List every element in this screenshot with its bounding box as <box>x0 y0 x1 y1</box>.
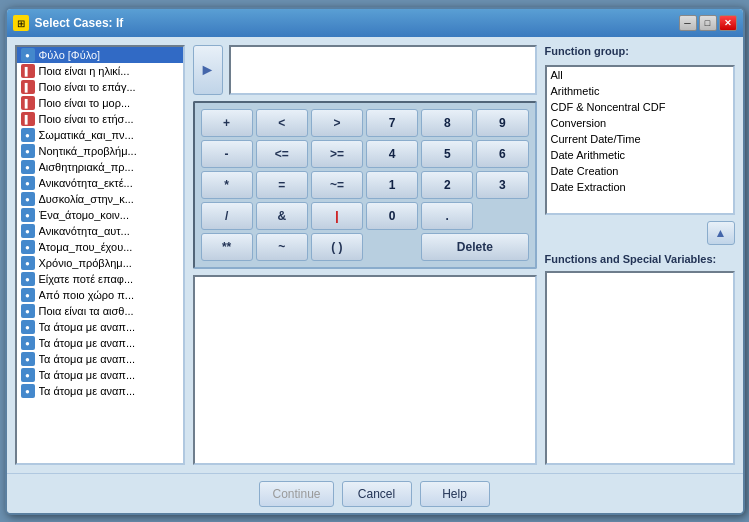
functions-special-list[interactable] <box>545 271 735 465</box>
variable-item-14[interactable]: ●Είχατε ποτέ επαφ... <box>17 271 183 287</box>
variable-label-7: Αισθητηριακά_πρ... <box>39 161 134 173</box>
bottom-bar: Continue Cancel Help <box>7 473 743 513</box>
minimize-button[interactable]: ─ <box>679 15 697 31</box>
or-button[interactable]: | <box>311 202 363 230</box>
calculator-area: + < > 7 8 9 - <= >= 4 5 6 * = ~= <box>193 101 537 269</box>
seven-button[interactable]: 7 <box>366 109 418 137</box>
function-group-item-2[interactable]: CDF & Noncentral CDF <box>547 99 733 115</box>
help-button[interactable]: Help <box>420 481 490 507</box>
variable-item-19[interactable]: ●Τα άτομα με αναπ... <box>17 351 183 367</box>
variable-item-4[interactable]: ▌Ποιο είναι το ετήσ... <box>17 111 183 127</box>
window-content: ●Φύλο [Φύλο]▌Ποια είναι η ηλικί...▌Ποιο … <box>7 37 743 473</box>
variable-item-7[interactable]: ●Αισθητηριακά_πρ... <box>17 159 183 175</box>
function-group-list[interactable]: AllArithmeticCDF & Noncentral CDFConvers… <box>545 65 735 215</box>
variable-item-2[interactable]: ▌Ποιο είναι το επάγ... <box>17 79 183 95</box>
variable-icon-16: ● <box>21 304 35 318</box>
not-button[interactable]: ~ <box>256 233 308 261</box>
expression-row: ► <box>193 45 537 95</box>
empty1 <box>366 233 418 261</box>
variable-icon-4: ▌ <box>21 112 35 126</box>
maximize-button[interactable]: □ <box>699 15 717 31</box>
two-button[interactable]: 2 <box>421 171 473 199</box>
variable-icon-19: ● <box>21 352 35 366</box>
up-arrow-button[interactable]: ▲ <box>707 221 735 245</box>
function-group-item-6[interactable]: Date Creation <box>547 163 733 179</box>
variable-item-10[interactable]: ●Ένα_άτομο_κοιν... <box>17 207 183 223</box>
multiply-button[interactable]: * <box>201 171 253 199</box>
function-group-item-7[interactable]: Date Extraction <box>547 179 733 195</box>
parens-button[interactable]: ( ) <box>311 233 363 261</box>
four-button[interactable]: 4 <box>366 140 418 168</box>
variable-label-8: Ανικανότητα_εκτέ... <box>39 177 133 189</box>
variable-item-15[interactable]: ●Από ποιο χώρο π... <box>17 287 183 303</box>
cancel-button[interactable]: Cancel <box>342 481 412 507</box>
and-button[interactable]: & <box>256 202 308 230</box>
calc-grid: + < > 7 8 9 - <= >= 4 5 6 * = ~= <box>201 109 529 261</box>
title-bar: ⊞ Select Cases: If ─ □ ✕ <box>7 9 743 37</box>
function-group-item-0[interactable]: All <box>547 67 733 83</box>
window-title: Select Cases: If <box>35 16 124 30</box>
variable-icon-12: ● <box>21 240 35 254</box>
function-group-item-5[interactable]: Date Arithmetic <box>547 147 733 163</box>
variable-item-3[interactable]: ▌Ποιο είναι το μορ... <box>17 95 183 111</box>
gt-button[interactable]: > <box>311 109 363 137</box>
divide-button[interactable]: / <box>201 202 253 230</box>
lt-button[interactable]: < <box>256 109 308 137</box>
variable-item-12[interactable]: ●Άτομα_που_έχου... <box>17 239 183 255</box>
variable-item-13[interactable]: ●Χρόνιο_πρόβλημ... <box>17 255 183 271</box>
nine-button[interactable]: 9 <box>476 109 528 137</box>
three-button[interactable]: 3 <box>476 171 528 199</box>
left-panel: ●Φύλο [Φύλο]▌Ποια είναι η ηλικί...▌Ποιο … <box>15 45 185 465</box>
eight-button[interactable]: 8 <box>421 109 473 137</box>
function-group-item-3[interactable]: Conversion <box>547 115 733 131</box>
variable-icon-21: ● <box>21 384 35 398</box>
dot-button[interactable]: . <box>421 202 473 230</box>
arrow-button[interactable]: ► <box>193 45 223 95</box>
variable-item-0[interactable]: ●Φύλο [Φύλο] <box>17 47 183 63</box>
continue-button[interactable]: Continue <box>259 481 333 507</box>
variable-item-1[interactable]: ▌Ποια είναι η ηλικί... <box>17 63 183 79</box>
variable-item-9[interactable]: ●Δυσκολία_στην_κ... <box>17 191 183 207</box>
middle-panel: ► + < > 7 8 9 - <= >= 4 5 <box>193 45 537 465</box>
neq-button[interactable]: ~= <box>311 171 363 199</box>
functions-special-label: Functions and Special Variables: <box>545 253 735 265</box>
lte-button[interactable]: <= <box>256 140 308 168</box>
variable-label-19: Τα άτομα με αναπ... <box>39 353 136 365</box>
variable-label-16: Ποια είναι τα αισθ... <box>39 305 134 317</box>
plus-button[interactable]: + <box>201 109 253 137</box>
variable-item-6[interactable]: ●Νοητικά_προβλήμ... <box>17 143 183 159</box>
eq-button[interactable]: = <box>256 171 308 199</box>
variable-item-21[interactable]: ●Τα άτομα με αναπ... <box>17 383 183 399</box>
function-group-item-1[interactable]: Arithmetic <box>547 83 733 99</box>
variable-label-5: Σωματικά_και_πν... <box>39 129 134 141</box>
close-button[interactable]: ✕ <box>719 15 737 31</box>
gte-button[interactable]: >= <box>311 140 363 168</box>
five-button[interactable]: 5 <box>421 140 473 168</box>
variable-item-18[interactable]: ●Τα άτομα με αναπ... <box>17 335 183 351</box>
variable-icon-15: ● <box>21 288 35 302</box>
main-window: ⊞ Select Cases: If ─ □ ✕ ●Φύλο [Φύλο]▌Πο… <box>5 7 745 515</box>
variable-list[interactable]: ●Φύλο [Φύλο]▌Ποια είναι η ηλικί...▌Ποιο … <box>15 45 185 465</box>
variable-icon-14: ● <box>21 272 35 286</box>
title-bar-left: ⊞ Select Cases: If <box>13 15 124 31</box>
six-button[interactable]: 6 <box>476 140 528 168</box>
variable-label-0: Φύλο [Φύλο] <box>39 49 101 61</box>
zero-button[interactable]: 0 <box>366 202 418 230</box>
placeholder-btn <box>476 202 528 230</box>
one-button[interactable]: 1 <box>366 171 418 199</box>
variable-item-5[interactable]: ●Σωματικά_και_πν... <box>17 127 183 143</box>
variable-icon-0: ● <box>21 48 35 62</box>
variable-item-20[interactable]: ●Τα άτομα με αναπ... <box>17 367 183 383</box>
minus-button[interactable]: - <box>201 140 253 168</box>
delete-button[interactable]: Delete <box>421 233 528 261</box>
variable-item-16[interactable]: ●Ποια είναι τα αισθ... <box>17 303 183 319</box>
variable-label-10: Ένα_άτομο_κοιν... <box>39 209 129 221</box>
function-group-item-4[interactable]: Current Date/Time <box>547 131 733 147</box>
bottom-expression-box[interactable] <box>193 275 537 465</box>
variable-item-17[interactable]: ●Τα άτομα με αναπ... <box>17 319 183 335</box>
expression-box[interactable] <box>229 45 537 95</box>
variable-label-3: Ποιο είναι το μορ... <box>39 97 131 109</box>
variable-item-11[interactable]: ●Ανικανότητα_αυτ... <box>17 223 183 239</box>
power-button[interactable]: ** <box>201 233 253 261</box>
variable-item-8[interactable]: ●Ανικανότητα_εκτέ... <box>17 175 183 191</box>
